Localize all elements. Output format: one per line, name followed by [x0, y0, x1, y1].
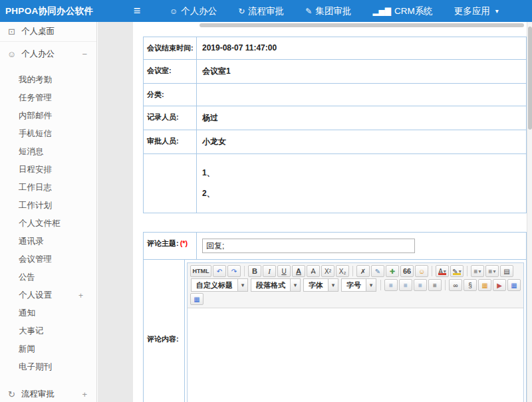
- blockquote-button[interactable]: 66: [400, 265, 414, 277]
- sidebar-item[interactable]: 个人文件柜: [0, 215, 96, 233]
- sidebar-item[interactable]: 新闻: [0, 340, 96, 358]
- nav-process-approval[interactable]: ↻ 流程审批: [227, 0, 295, 22]
- emoticon-icon[interactable]: ☺: [415, 265, 428, 277]
- comment-content-cell: HTML ↶ ↷ B I U A A X² X₂: [185, 260, 526, 402]
- sidebar-group-process-approval[interactable]: ↻ 流程审批 +: [0, 383, 96, 402]
- bullet-list-button[interactable]: ≡▾: [485, 265, 499, 277]
- select-value: 段落格式: [251, 280, 290, 290]
- menu-icon[interactable]: ≡: [130, 0, 144, 22]
- align-right-button[interactable]: ≡: [414, 279, 427, 291]
- superscript-button[interactable]: X²: [321, 265, 334, 277]
- caret-down-icon: ▾: [493, 268, 495, 274]
- caret-down-icon[interactable]: ▾: [290, 279, 300, 291]
- page-break-icon[interactable]: ▤: [500, 265, 513, 277]
- editor-content-area[interactable]: [188, 308, 523, 402]
- topbar: PHPOA协同办公软件 ≡ ☺ 个人办公 ↻ 流程审批 ✎ 集团审批 ▂▅▇ C…: [0, 0, 532, 22]
- underline-button[interactable]: U: [277, 265, 291, 277]
- toolbar-separator: [380, 280, 381, 290]
- paragraph-format-select[interactable]: 段落格式 ▾: [251, 278, 301, 292]
- field-label: 会议室:: [144, 60, 197, 83]
- sidebar-item[interactable]: 工作计划: [0, 197, 96, 215]
- font-family-select[interactable]: 字体 ▾: [303, 278, 338, 292]
- comment-subject-input[interactable]: [202, 239, 415, 253]
- scrollbar-thumb[interactable]: [528, 27, 532, 130]
- link-button[interactable]: ∞: [449, 279, 462, 291]
- vertical-scrollbar[interactable]: [527, 22, 532, 402]
- sidebar-item[interactable]: 工作日志: [0, 179, 96, 197]
- nav-personal-office[interactable]: ☺ 个人办公: [159, 0, 227, 22]
- html-source-button[interactable]: HTML: [190, 265, 211, 277]
- sidebar-item-desktop[interactable]: ⊡ 个人桌面: [0, 22, 96, 42]
- ordered-list-button[interactable]: ≡▾: [471, 265, 484, 277]
- custom-heading-select[interactable]: 自定义标题 ▾: [191, 278, 248, 292]
- sidebar-item-label: 短消息: [19, 146, 44, 157]
- font-color-glyph: A: [438, 268, 443, 275]
- anchor-button[interactable]: §: [464, 279, 477, 291]
- font-style-button[interactable]: A: [292, 265, 305, 277]
- collapse-icon[interactable]: −: [82, 49, 87, 59]
- expand-icon[interactable]: +: [82, 389, 87, 399]
- sidebar-item[interactable]: 日程安排: [0, 161, 96, 179]
- form-row: 审批人员: 小龙女: [143, 130, 527, 154]
- nav-label: 个人办公: [181, 5, 217, 17]
- bold-button[interactable]: B: [248, 265, 261, 277]
- sidebar-item[interactable]: 任务管理: [0, 89, 96, 107]
- meeting-content-row: 1、 2、: [143, 154, 527, 213]
- sidebar: ⊡ 个人桌面 ☺ 个人办公 − 我的考勤 任务管理 内部邮件: [0, 22, 97, 402]
- caret-down-icon: ▾: [444, 268, 446, 274]
- italic-button[interactable]: I: [263, 265, 276, 277]
- caret-down-icon[interactable]: ▾: [328, 279, 338, 291]
- sidebar-item[interactable]: 我的考勤: [0, 71, 96, 89]
- sidebar-item[interactable]: 手机短信: [0, 125, 96, 143]
- editor-toolbar: HTML ↶ ↷ B I U A A X² X₂: [188, 263, 523, 308]
- nav-label: CRM系统: [394, 5, 433, 17]
- select-value: 字体: [304, 280, 328, 290]
- highlight-color-button[interactable]: ✎▾: [450, 265, 464, 277]
- sidebar-item[interactable]: 通知: [0, 304, 96, 322]
- insert-media-button[interactable]: ▶: [493, 279, 506, 291]
- app-logo: PHPOA协同办公软件: [0, 5, 96, 17]
- align-justify-button[interactable]: ≡: [428, 279, 442, 291]
- form-row: 分类:: [143, 84, 527, 106]
- chart-icon: ▂▅▇: [372, 7, 391, 16]
- caret-down-icon[interactable]: ▾: [366, 279, 376, 291]
- subscript-button[interactable]: X₂: [336, 265, 349, 277]
- sidebar-item[interactable]: 短消息: [0, 143, 96, 161]
- top-nav: ☺ 个人办公 ↻ 流程审批 ✎ 集团审批 ▂▅▇ CRM系统 更多应用 ▾: [159, 0, 509, 22]
- sidebar-item[interactable]: 公告: [0, 268, 96, 286]
- sidebar-item[interactable]: 内部邮件: [0, 107, 96, 125]
- field-label: [144, 154, 197, 213]
- sidebar-item[interactable]: 个人设置 +: [0, 286, 96, 304]
- nav-group-approval[interactable]: ✎ 集团审批: [295, 0, 362, 22]
- sidebar-item-label: 大事记: [19, 326, 44, 337]
- undo-button[interactable]: ↶: [213, 265, 226, 277]
- sidebar-item[interactable]: 电子期刊: [0, 358, 96, 376]
- sidebar-item[interactable]: 大事记: [0, 322, 96, 340]
- format-brush-icon[interactable]: ✎: [371, 265, 384, 277]
- insert-image-button[interactable]: ▦: [478, 279, 491, 291]
- paint-icon[interactable]: ✚: [386, 265, 399, 277]
- calendar-icon[interactable]: ▦: [190, 293, 203, 305]
- nav-more-apps[interactable]: 更多应用 ▾: [444, 0, 509, 22]
- font-color-button[interactable]: A▾: [436, 265, 449, 277]
- sidebar-item-label: 工作计划: [19, 200, 52, 211]
- person-icon: ☺: [170, 7, 178, 16]
- sidebar-item-label: 公告: [19, 272, 35, 283]
- align-left-button[interactable]: ≡: [384, 279, 398, 291]
- save-button[interactable]: ▦: [507, 279, 521, 291]
- align-center-button[interactable]: ≡: [399, 279, 412, 291]
- strikethrough-button[interactable]: A: [307, 265, 320, 277]
- caret-down-icon[interactable]: ▾: [237, 279, 247, 291]
- redo-button[interactable]: ↷: [227, 265, 241, 277]
- horizontal-scrollbar[interactable]: [200, 23, 524, 27]
- eraser-icon[interactable]: ✗: [356, 265, 370, 277]
- sidebar-item-label: 通讯录: [19, 236, 44, 247]
- expand-icon: +: [78, 291, 83, 300]
- sidebar-group-personal-office[interactable]: ☺ 个人办公 −: [0, 42, 96, 66]
- sidebar-item[interactable]: 会议管理: [0, 251, 96, 268]
- toolbar-separator: [352, 266, 353, 276]
- sidebar-item-label: 个人桌面: [21, 26, 55, 37]
- sidebar-item[interactable]: 通讯录: [0, 233, 96, 251]
- font-size-select[interactable]: 字号 ▾: [341, 278, 376, 292]
- nav-crm-system[interactable]: ▂▅▇ CRM系统: [362, 0, 443, 22]
